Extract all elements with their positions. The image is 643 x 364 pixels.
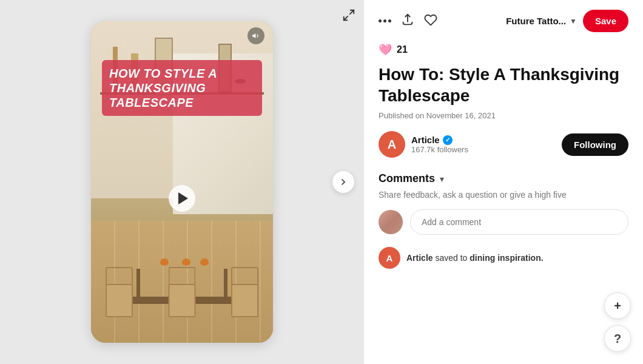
pin-title: How To: Style A Thanksgiving Tablescape: [379, 64, 628, 106]
top-bar-right: Future Tatto... ▼ Save: [506, 10, 628, 32]
save-button[interactable]: Save: [583, 10, 628, 32]
likes-row: 🩷 21: [379, 43, 628, 56]
likes-count: 21: [397, 44, 408, 55]
svg-marker-2: [252, 33, 255, 38]
following-button[interactable]: Following: [562, 133, 628, 156]
heart-emoji-icon: 🩷: [379, 43, 392, 56]
comments-header[interactable]: Comments ▾: [379, 172, 628, 185]
activity-board: dining inspiration.: [470, 253, 543, 263]
svg-line-1: [344, 16, 348, 20]
expand-icon[interactable]: [342, 8, 355, 24]
comments-hint: Share feedback, ask a question or give a…: [379, 190, 628, 200]
author-followers: 167.7k followers: [411, 145, 468, 154]
author-details: Article ✓ 167.7k followers: [411, 135, 468, 154]
top-bar-left: [379, 13, 437, 29]
card-overlay: HOW TO STYLE A THANKSGIVING TABLESCAPE: [102, 60, 262, 116]
activity-author: Article: [406, 253, 433, 263]
pumpkin-3: [200, 258, 209, 266]
author-row: A Article ✓ 167.7k followers Following: [379, 131, 628, 158]
top-bar: Future Tatto... ▼ Save: [379, 10, 628, 32]
chevron-down-icon: ▼: [570, 17, 577, 25]
activity-text: Article saved to dining inspiration.: [406, 253, 544, 263]
activity-middle: saved to: [433, 253, 470, 263]
next-arrow-button[interactable]: [332, 171, 354, 193]
commenter-avatar: [379, 210, 403, 234]
board-selector[interactable]: Future Tatto... ▼: [506, 16, 577, 26]
activity-row: A Article saved to dining inspiration.: [379, 247, 628, 269]
pin-image-card: HOW TO STYLE A THANKSGIVING TABLESCAPE: [91, 21, 273, 343]
add-fab-button[interactable]: +: [604, 292, 631, 319]
verified-icon: ✓: [443, 135, 453, 145]
svg-line-0: [350, 10, 354, 14]
activity-avatar[interactable]: A: [379, 247, 400, 269]
chair-center: [169, 267, 196, 317]
pumpkin-2: [182, 258, 190, 266]
author-avatar[interactable]: A: [379, 131, 405, 158]
comment-input-row: [379, 209, 628, 235]
chair-right: [231, 267, 258, 317]
overlay-text: HOW TO STYLE A THANKSGIVING TABLESCAPE: [109, 66, 255, 110]
pumpkin-1: [160, 258, 169, 266]
comment-input[interactable]: [410, 209, 628, 235]
right-panel: Future Tatto... ▼ Save 🩷 21 How To: Styl…: [364, 0, 643, 364]
comments-chevron-icon: ▾: [440, 174, 444, 184]
author-info: A Article ✓ 167.7k followers: [379, 131, 468, 158]
share-icon[interactable]: [401, 13, 414, 29]
fab-container: + ?: [604, 292, 631, 352]
help-fab-button[interactable]: ?: [604, 325, 631, 352]
play-triangle-icon: [178, 192, 188, 204]
help-icon: ?: [614, 332, 621, 346]
author-name: Article: [411, 135, 440, 145]
chair-left: [106, 267, 133, 317]
board-name: Future Tatto...: [506, 16, 566, 26]
published-date: Published on November 16, 2021: [379, 111, 628, 120]
favorite-icon[interactable]: [424, 13, 437, 29]
comments-label: Comments: [379, 172, 435, 185]
more-options-button[interactable]: [379, 19, 391, 22]
left-panel: HOW TO STYLE A THANKSGIVING TABLESCAPE: [0, 0, 364, 364]
sound-icon[interactable]: [247, 27, 264, 44]
play-button[interactable]: [169, 185, 195, 212]
author-name-row: Article ✓: [411, 135, 468, 145]
commenter-avatar-image: [379, 210, 403, 234]
add-icon: +: [614, 299, 621, 313]
